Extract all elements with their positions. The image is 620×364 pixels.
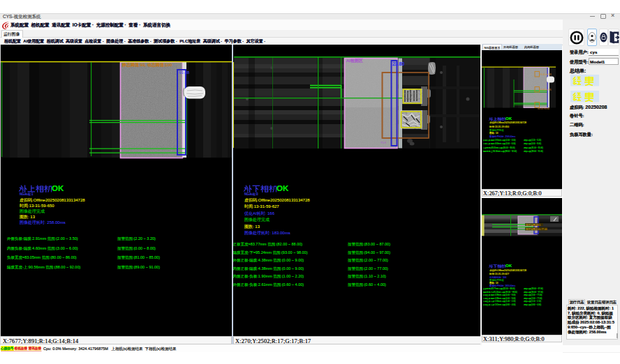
- svg-text:23.68 外:95: 23.68 外:95: [540, 89, 552, 91]
- svg-text:AI检测区: AI检测区: [346, 58, 363, 63]
- svg-text:报警范围:2.00-77.00: 报警范围:2.00-77.00: [526, 227, 547, 231]
- svg-text:23.80: 23.80: [392, 61, 404, 66]
- svg-text:75.8: 75.8: [381, 141, 387, 144]
- svg-text:93.88: 93.88: [179, 70, 190, 75]
- svg-text:93.46 内:93: 93.46 内:93: [540, 73, 552, 76]
- svg-text:静态阈值:93, 动态阈值:100: 静态阈值:93, 动态阈值:100: [122, 62, 172, 68]
- svg-text:报警范围:48.5: 报警范围:48.5: [526, 223, 540, 227]
- svg-text:83.05 90.56: 83.05 90.56: [538, 107, 549, 109]
